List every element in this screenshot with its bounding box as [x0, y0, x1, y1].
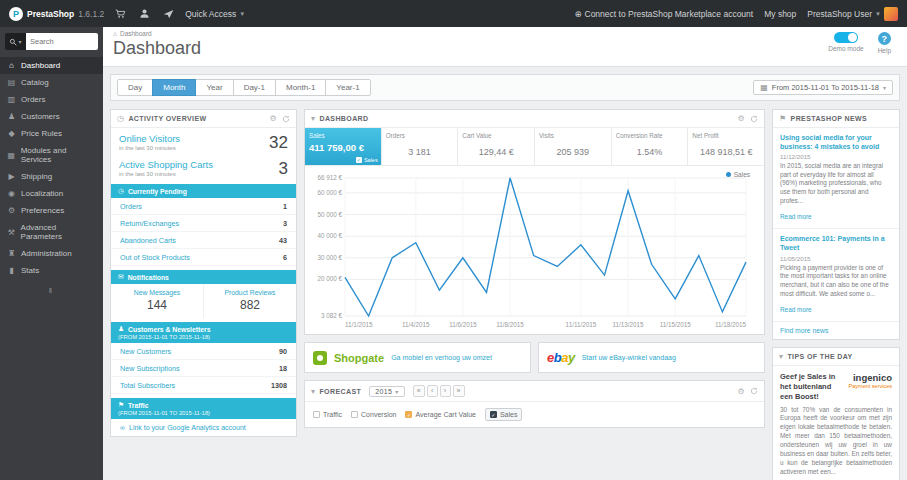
ebay-letter: e — [547, 350, 554, 365]
checkbox-icon — [351, 411, 358, 418]
period-year-button[interactable]: Year — [195, 79, 233, 96]
main-area: ⌂ Dashboard Dashboard Demo mode ? Help D… — [103, 27, 907, 480]
kpi-sales[interactable]: Sales 411 759,00 € ✓ Sales — [305, 128, 382, 165]
search-button[interactable]: ▾ — [5, 33, 26, 50]
sidebar-item-modules[interactable]: ▦Modules and Services — [0, 142, 103, 168]
sidebar-item-customers[interactable]: ♟Customers — [0, 108, 103, 125]
first-page-icon[interactable]: « — [413, 385, 425, 397]
brand[interactable]: P PrestaShop 1.6.1.2 — [9, 7, 104, 21]
x-tick-label: 11/8/2015 — [496, 321, 524, 328]
product-reviews-stat[interactable]: Product Reviews 882 — [203, 284, 296, 318]
period-month-button[interactable]: Month — [152, 79, 196, 96]
sidebar-item-preferences[interactable]: ⚙Preferences — [0, 202, 103, 219]
center-column: ▾ DASHBOARD ⚙ Sales 411 759,00 € — [304, 109, 765, 435]
news-headline-link[interactable]: Ecommerce 101: Payments in a Tweet — [780, 234, 892, 252]
ebay-promo[interactable]: ebay Start uw eBay-winkel vandaag — [538, 342, 765, 373]
breadcrumb[interactable]: ⌂ Dashboard — [113, 30, 897, 37]
kpi-visits[interactable]: Visits 205 939 — [535, 128, 612, 165]
sidebar-item-shipping[interactable]: ▶Shipping — [0, 168, 103, 185]
period-day-button[interactable]: Day — [117, 79, 153, 96]
gear-icon[interactable]: ⚙ — [269, 114, 277, 123]
new-messages-stat[interactable]: New Messages 144 — [111, 284, 203, 318]
collapse-sidebar-icon[interactable]: ‖ — [0, 279, 103, 302]
prev-page-icon[interactable]: ‹ — [427, 385, 438, 397]
online-visitors-stat[interactable]: Online Visitors in the last 30 minutes 3… — [111, 128, 296, 154]
gear-icon[interactable]: ⚙ — [737, 387, 745, 396]
my-shop-link[interactable]: My shop — [764, 9, 796, 19]
sales-checkbox[interactable]: ✓ Sales — [356, 157, 378, 163]
cart-icon[interactable] — [113, 6, 128, 21]
find-more-news-link[interactable]: Find more news — [773, 322, 899, 339]
active-carts-stat[interactable]: Active Shopping Carts in the last 30 min… — [111, 154, 296, 180]
kpi-net-profit[interactable]: Net Profit 148 918,51 € — [688, 128, 764, 165]
date-range-picker[interactable]: ▦ From 2015-11-01 To 2015-11-18 ▾ — [753, 80, 893, 95]
forecast-conversion-checkbox[interactable]: Conversion — [351, 411, 396, 418]
gear-icon[interactable]: ⚙ — [737, 114, 745, 123]
news-headline-link[interactable]: Using social media for your business: 4 … — [780, 133, 892, 151]
next-page-icon[interactable]: › — [440, 385, 451, 397]
sidebar-item-advanced-parameters[interactable]: ⚒Advanced Parameters — [0, 219, 103, 245]
sidebar-item-dashboard[interactable]: ⌂Dashboard — [0, 57, 103, 74]
abandoned-carts-row[interactable]: Abandoned Carts43 — [111, 232, 296, 249]
sidebar-item-orders[interactable]: ▥Orders — [0, 91, 103, 108]
refresh-icon[interactable] — [750, 387, 758, 395]
flag-icon: ⚑ — [779, 114, 787, 123]
marketplace-link[interactable]: ⊕ Connect to PrestaShop Marketplace acco… — [574, 9, 753, 19]
prestashop-admin: P PrestaShop 1.6.1.2 Quick Access ▼ ⊕ Co… — [0, 0, 907, 480]
checkbox-label: Sales — [364, 157, 378, 163]
search-input[interactable] — [26, 33, 98, 50]
forecast-year-select[interactable]: 2015 ▾ — [369, 386, 405, 397]
user-menu[interactable]: PrestaShop User ▼ — [807, 7, 898, 21]
help-icon[interactable]: ? — [878, 32, 891, 45]
kpi-cart-value[interactable]: Cart Value 129,44 € — [458, 128, 535, 165]
period-buttons: Day Month Year Day-1 Month-1 Year-1 — [117, 79, 371, 96]
stat-value: 882 — [208, 298, 292, 312]
chart-legend[interactable]: Sales — [726, 171, 750, 178]
forecast-traffic-checkbox[interactable]: Traffic — [313, 411, 342, 418]
shopgate-link[interactable]: Ga mobiel en verhoog uw omzet — [391, 354, 492, 361]
forecast-avg-cart-value-checkbox[interactable]: Average Cart Value — [405, 411, 475, 418]
sidebar-item-price-rules[interactable]: ◆Price Rules — [0, 125, 103, 142]
checkbox-checked-icon — [490, 411, 497, 418]
message-icon[interactable] — [161, 6, 176, 21]
google-analytics-link[interactable]: ∞ Link to your Google Analytics account — [111, 419, 296, 436]
active-carts-sub: in the last 30 minutes — [119, 171, 213, 177]
new-customers-row[interactable]: New Customers90 — [111, 343, 296, 360]
ebay-link[interactable]: Start uw eBay-winkel vandaag — [582, 354, 676, 361]
kpi-orders[interactable]: Orders 3 181 — [382, 128, 459, 165]
sidebar-item-label: Dashboard — [21, 61, 60, 70]
last-page-icon[interactable]: » — [453, 385, 465, 397]
forecast-sales-checkbox[interactable]: Sales — [485, 408, 523, 421]
news-excerpt: In 2015, social media are an integral pa… — [780, 162, 892, 205]
quick-access-menu[interactable]: Quick Access ▼ — [185, 9, 245, 19]
kpi-label: Orders — [386, 132, 454, 139]
period-month-1-button[interactable]: Month-1 — [275, 79, 326, 96]
read-more-link[interactable]: Read more — [780, 306, 812, 313]
pending-returns-row[interactable]: Return/Exchanges3 — [111, 215, 296, 232]
flag-icon: ⚑ — [118, 401, 124, 409]
sidebar-item-label: Preferences — [21, 206, 64, 215]
refresh-icon[interactable] — [282, 115, 290, 123]
sidebar-item-localization[interactable]: ◉Localization — [0, 185, 103, 202]
demo-mode-toggle[interactable] — [834, 32, 858, 43]
period-year-1-button[interactable]: Year-1 — [325, 79, 370, 96]
shopgate-promo[interactable]: Shopgate Ga mobiel en verhoog uw omzet — [304, 342, 531, 373]
total-subscribers-row[interactable]: Total Subscribers1308 — [111, 377, 296, 394]
read-more-link[interactable]: Read more — [780, 213, 812, 220]
new-subscriptions-row[interactable]: New Subscriptions18 — [111, 360, 296, 377]
row-label: Out of Stock Products — [120, 253, 190, 262]
sidebar-item-stats[interactable]: ▮Stats — [0, 262, 103, 279]
help-label: Help — [878, 47, 891, 54]
sidebar-item-catalog[interactable]: ▤Catalog — [0, 74, 103, 91]
kpi-conversion-rate[interactable]: Conversion Rate 1.54% — [612, 128, 689, 165]
refresh-icon[interactable] — [750, 115, 758, 123]
content: Day Month Year Day-1 Month-1 Year-1 ▦ Fr… — [103, 67, 907, 480]
page-title: Dashboard — [113, 38, 897, 59]
pending-orders-row[interactable]: Orders1 — [111, 198, 296, 215]
out-of-stock-row[interactable]: Out of Stock Products6 — [111, 249, 296, 266]
sidebar-item-administration[interactable]: ♜Administration — [0, 245, 103, 262]
customer-icon[interactable] — [137, 6, 152, 21]
period-day-1-button[interactable]: Day-1 — [233, 79, 276, 96]
x-tick-label: 11/13/2015 — [613, 321, 645, 328]
stat-value: 144 — [115, 298, 199, 312]
